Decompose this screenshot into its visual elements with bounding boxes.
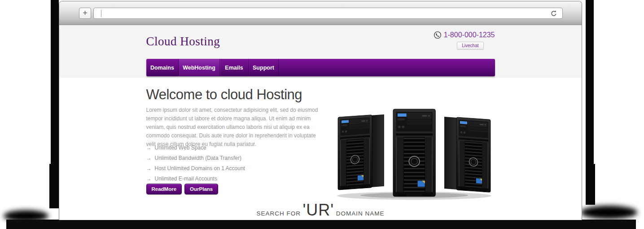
device-frame-left xyxy=(51,0,59,208)
browser-toolbar: + xyxy=(59,1,582,25)
browser-window: + Cloud Hosting xyxy=(59,1,582,220)
new-tab-button[interactable]: + xyxy=(79,8,91,19)
feature-item: → Host Unlimited Domains on 1 Account xyxy=(146,163,245,173)
web-page: Cloud Hosting 1-800-000-1235 Livechat xyxy=(59,26,582,220)
feature-item: → Unlimited Bandwidth (Data Transfer) xyxy=(146,153,245,163)
contact-block: 1-800-000-1235 Livechat xyxy=(434,31,495,49)
nav-item-support[interactable]: Support xyxy=(249,59,279,76)
search-banner-suffix: DOMAIN NAME xyxy=(336,210,385,217)
device-frame-right-step xyxy=(594,164,595,205)
feature-text: Unlimited Bandwidth (Data Transfer) xyxy=(155,155,241,161)
url-input[interactable] xyxy=(103,9,543,18)
refresh-icon[interactable] xyxy=(550,9,558,18)
feature-item: → Unlimited Web Space xyxy=(146,142,245,153)
feature-text: Host Unlimited Domains on 1 Account xyxy=(155,165,245,172)
device-frame-bottom xyxy=(6,220,636,229)
cta-row: ReadMore OurPlans xyxy=(146,184,219,194)
our-plans-button[interactable]: OurPlans xyxy=(184,184,218,194)
device-shadow-right xyxy=(581,206,637,219)
feature-text: Unlimited Web Space xyxy=(155,145,206,151)
search-banner-highlight: 'UR' xyxy=(303,201,334,219)
main-nav: Domains WebHosting Emails Support xyxy=(146,59,495,76)
nav-item-emails[interactable]: Emails xyxy=(220,59,249,76)
read-more-button[interactable]: ReadMore xyxy=(146,184,182,194)
arrow-bullet-icon: → xyxy=(146,155,152,161)
feature-text: Unlimited E-mail Accounts xyxy=(155,176,217,182)
feature-list: → Unlimited Web Space → Unlimited Bandwi… xyxy=(146,142,245,184)
site-header: Cloud Hosting 1-800-000-1235 Livechat xyxy=(59,26,582,78)
search-banner: SEARCH FOR 'UR' DOMAIN NAME xyxy=(59,201,582,220)
device-frame-left-step xyxy=(49,164,51,208)
text-caret xyxy=(101,10,101,17)
url-bar[interactable] xyxy=(93,8,563,19)
hero-section: Welcome to cloud Hosting Lorem ipsum dol… xyxy=(59,78,582,220)
nav-item-webhosting[interactable]: WebHosting xyxy=(179,59,220,76)
feature-item: → Unlimited E-mail Accounts xyxy=(146,173,245,184)
phone-row: 1-800-000-1235 xyxy=(434,31,495,39)
page-title: Welcome to cloud Hosting xyxy=(146,87,302,103)
site-logo: Cloud Hosting xyxy=(146,35,220,48)
phone-icon xyxy=(434,31,442,39)
phone-number: 1-800-000-1235 xyxy=(444,31,495,39)
arrow-bullet-icon: → xyxy=(146,145,152,151)
search-banner-prefix: SEARCH FOR xyxy=(257,210,301,217)
screenshot-canvas: + Cloud Hosting xyxy=(0,0,644,229)
arrow-bullet-icon: → xyxy=(146,165,152,172)
arrow-bullet-icon: → xyxy=(146,176,152,182)
server-towers-image xyxy=(334,107,494,201)
nav-item-domains[interactable]: Domains xyxy=(146,59,179,76)
device-frame-right xyxy=(586,0,594,205)
livechat-button[interactable]: Livechat xyxy=(457,42,483,49)
